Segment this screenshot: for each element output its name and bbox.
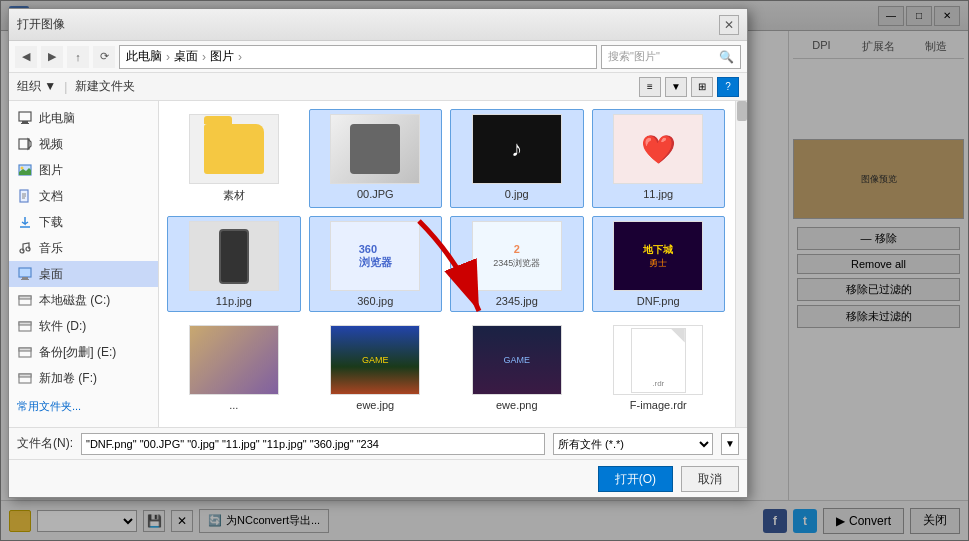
forward-button[interactable]: ▶ (41, 46, 63, 68)
sidebar-computer-label: 此电脑 (39, 110, 75, 127)
view-toggle-button[interactable]: ▼ (665, 77, 687, 97)
refresh-button[interactable]: ⟳ (93, 46, 115, 68)
cancel-button[interactable]: 取消 (681, 466, 739, 492)
file-name-partial: ... (229, 399, 238, 411)
filetype-dropdown-btn[interactable]: ▼ (721, 433, 739, 455)
file-item-partial[interactable]: ... (167, 320, 301, 416)
documents-icon (17, 188, 33, 204)
svg-rect-18 (19, 296, 31, 299)
filename-bar: 文件名(N): 所有文件 (*.*) ▼ (9, 427, 747, 459)
dialog-sidebar: 此电脑 视频 图片 文 (9, 101, 159, 427)
view-list-button[interactable]: ≡ (639, 77, 661, 97)
pictures-icon (17, 162, 33, 178)
file-thumb-ewejpg: GAME (330, 325, 420, 395)
dialog-titlebar: 打开图像 ✕ (9, 9, 747, 41)
help-button[interactable]: ? (717, 77, 739, 97)
sidebar-item-c[interactable]: 本地磁盘 (C:) (9, 287, 158, 313)
file-item-ipadjpg[interactable]: iPad.jpg (167, 424, 301, 427)
file-name-360jpg: 360.jpg (357, 295, 393, 307)
file-item-ewejpg[interactable]: GAME ewe.jpg (309, 320, 443, 416)
file-name-ewejpg: ewe.jpg (356, 399, 394, 411)
sidebar-c-label: 本地磁盘 (C:) (39, 292, 110, 309)
file-name-2345jpg: 2345.jpg (496, 295, 538, 307)
sidebar-item-music[interactable]: 音乐 (9, 235, 158, 261)
file-item-00jpg[interactable]: 00.JPG (309, 109, 443, 208)
breadcrumb[interactable]: 此电脑 › 桌面 › 图片 › (119, 45, 597, 69)
disk-c-icon (17, 292, 33, 308)
sidebar-item-f[interactable]: 新加卷 (F:) (9, 365, 158, 391)
phone-shape (350, 124, 400, 174)
file-thumb-partial (189, 325, 279, 395)
breadcrumb-computer: 此电脑 (126, 48, 162, 65)
open-button[interactable]: 打开(O) (598, 466, 673, 492)
folder-shape (204, 124, 264, 174)
blank-file-visual: .rdr (631, 328, 686, 393)
file-thumb-0jpg: ♪ (472, 114, 562, 184)
breadcrumb-pictures: 图片 (210, 48, 234, 65)
file-item-11pjpg[interactable]: 11p.jpg (167, 216, 301, 312)
new-folder-button[interactable]: 新建文件夹 (75, 78, 135, 95)
breadcrumb-sep1: › (166, 50, 170, 64)
filename-input[interactable] (81, 433, 545, 455)
sidebar-f-label: 新加卷 (F:) (39, 370, 97, 387)
file-grid: 素材 00.JPG ♪ (167, 109, 739, 427)
video-icon (17, 136, 33, 152)
search-box[interactable]: 搜索"图片" 🔍 (601, 45, 741, 69)
file-item-360jpg[interactable]: 360浏览器 360.jpg (309, 216, 443, 312)
file-thumb-dnfpng: 地下城 勇士 (613, 221, 703, 291)
360-visual: 360浏览器 (331, 222, 419, 290)
sidebar-item-downloads[interactable]: 下载 (9, 209, 158, 235)
file-item-ewepng[interactable]: GAME ewe.png (450, 320, 584, 416)
file-item-0jpg[interactable]: ♪ 0.jpg (450, 109, 584, 208)
file-dialog: 打开图像 ✕ ◀ ▶ ↑ ⟳ 此电脑 › 桌面 › 图片 › 搜索"图片" 🔍 (8, 8, 748, 498)
sidebar-video-label: 视频 (39, 136, 63, 153)
file-item-dnfpng[interactable]: 地下城 勇士 DNF.png (592, 216, 726, 312)
view-grid-button[interactable]: ⊞ (691, 77, 713, 97)
sidebar-item-d[interactable]: 软件 (D:) (9, 313, 158, 339)
sidebar-d-label: 软件 (D:) (39, 318, 86, 335)
up-button[interactable]: ↑ (67, 46, 89, 68)
phone-visual (190, 222, 278, 290)
thumb-visual (331, 115, 419, 183)
scrollbar-thumb[interactable] (737, 101, 747, 121)
file-item-11jpg[interactable]: ❤️ 11.jpg (592, 109, 726, 208)
partial-visual (190, 326, 278, 394)
file-name-00jpg: 00.JPG (357, 188, 394, 200)
sidebar-item-documents[interactable]: 文档 (9, 183, 158, 209)
search-placeholder: 搜索"图片" (608, 49, 660, 64)
dialog-close-button[interactable]: ✕ (719, 15, 739, 35)
file-thumb-ewepng: GAME (472, 325, 562, 395)
sidebar-item-pictures[interactable]: 图片 (9, 157, 158, 183)
breadcrumb-desktop: 桌面 (174, 48, 198, 65)
back-button[interactable]: ◀ (15, 46, 37, 68)
file-thumb-11pjpg (189, 221, 279, 291)
breadcrumb-sep3: › (238, 50, 242, 64)
filename-label: 文件名(N): (17, 435, 73, 452)
sidebar-item-desktop[interactable]: 桌面 (9, 261, 158, 287)
organize-menu[interactable]: 组织 ▼ (17, 78, 56, 95)
svg-rect-0 (19, 112, 31, 121)
file-name-sucai: 素材 (223, 188, 245, 203)
sidebar-desktop-label: 桌面 (39, 266, 63, 283)
file-item-sucai[interactable]: 素材 (167, 109, 301, 208)
file-thumb-2345jpg: 2 2345浏览器 (472, 221, 562, 291)
file-name-11jpg: 11.jpg (643, 188, 673, 200)
svg-rect-22 (19, 348, 31, 351)
scrollbar[interactable] (735, 101, 747, 427)
file-name-ewepng: ewe.png (496, 399, 538, 411)
file-item-2345jpg[interactable]: 2 2345浏览器 2345.jpg (450, 216, 584, 312)
file-item-frdr[interactable]: .rdr F-image.rdr (592, 320, 726, 416)
sidebar-item-video[interactable]: 视频 (9, 131, 158, 157)
common-folders[interactable]: 常用文件夹... (9, 395, 158, 418)
disk-f-icon (17, 370, 33, 386)
sidebar-item-computer[interactable]: 此电脑 (9, 105, 158, 131)
svg-rect-24 (19, 374, 31, 377)
sidebar-e-label: 备份[勿删] (E:) (39, 344, 116, 361)
sidebar-pictures-label: 图片 (39, 162, 63, 179)
filetype-select[interactable]: 所有文件 (*.*) (553, 433, 713, 455)
sidebar-item-e[interactable]: 备份[勿删] (E:) (9, 339, 158, 365)
toolbar-row: 组织 ▼ | 新建文件夹 ≡ ▼ ⊞ ? (9, 73, 747, 101)
tiktok-visual: ♪ (473, 115, 561, 183)
desktop-icon (17, 266, 33, 282)
svg-rect-20 (19, 322, 31, 325)
